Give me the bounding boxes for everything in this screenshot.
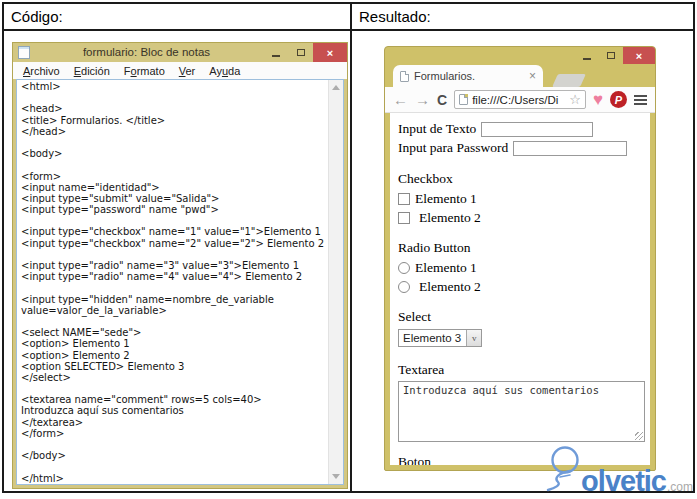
menu-archivo[interactable]: Archivo bbox=[16, 65, 67, 77]
radio-label: Elemento 2 bbox=[419, 279, 481, 295]
code-line bbox=[21, 215, 328, 226]
menu-formato[interactable]: Formato bbox=[117, 65, 172, 77]
menu-ver[interactable]: Ver bbox=[172, 65, 203, 77]
menu-label-part: er bbox=[186, 65, 196, 77]
notepad-app-icon bbox=[18, 46, 30, 59]
checkbox-elemento-1[interactable] bbox=[398, 193, 410, 205]
maximize-icon bbox=[607, 52, 615, 59]
code-line bbox=[21, 249, 328, 260]
maximize-button[interactable] bbox=[288, 43, 313, 62]
select-value: Elemento 3 bbox=[399, 330, 466, 346]
menu-label-part: Ay bbox=[209, 65, 222, 77]
menu-label-part: rchivo bbox=[30, 65, 59, 77]
maximize-icon bbox=[297, 49, 305, 56]
page-icon bbox=[459, 94, 468, 105]
text-input-label: Input de Texto bbox=[398, 121, 476, 137]
tab-formularios[interactable]: Formularios. × bbox=[393, 65, 543, 87]
logo-text: olvetic bbox=[581, 468, 666, 494]
scroll-up-icon[interactable] bbox=[332, 85, 340, 90]
comments-textarea[interactable]: Introduzca aquí sus comentarios bbox=[398, 381, 645, 442]
new-tab-button[interactable] bbox=[552, 74, 586, 87]
checkbox-label: Elemento 2 bbox=[419, 210, 481, 226]
code-line: <select NAME="sede"> bbox=[21, 327, 328, 338]
code-editor[interactable]: <html><head><title> Formularios. </title… bbox=[17, 80, 328, 484]
address-bar[interactable]: file:///C:/Users/Di ☆ bbox=[454, 90, 586, 109]
code-line: <input type="submit" value="Salida"> bbox=[21, 193, 328, 204]
code-line bbox=[21, 383, 328, 394]
scrollbar[interactable] bbox=[328, 80, 343, 484]
code-line: <input type="hidden" name=nombre_de_vari… bbox=[21, 294, 328, 305]
code-line bbox=[21, 461, 328, 472]
reload-icon[interactable]: C bbox=[437, 93, 447, 107]
text-input[interactable] bbox=[481, 122, 593, 137]
code-line bbox=[21, 92, 328, 103]
code-line: <input name="identidad"> bbox=[21, 182, 328, 193]
close-button[interactable]: × bbox=[313, 43, 347, 62]
password-input[interactable] bbox=[513, 141, 627, 156]
code-line: <input type="checkbox" name="1" value="1… bbox=[21, 226, 328, 237]
right-panel-header: Resultado: bbox=[352, 4, 693, 31]
notepad-window-controls: × bbox=[263, 43, 347, 62]
minimize-button[interactable] bbox=[575, 47, 599, 64]
code-line: <head> bbox=[21, 103, 328, 114]
menu-label-part: V bbox=[179, 65, 186, 77]
code-panel: formulario: Bloc de notas × Archivo Edic… bbox=[4, 31, 352, 491]
code-line: <option> Elemento 2 bbox=[21, 350, 328, 361]
menu-label-part: dición bbox=[81, 65, 110, 77]
url-text[interactable]: file:///C:/Users/Di bbox=[472, 94, 565, 106]
result-panel: × Formularios. × ← → C file:///C:/Users/… bbox=[352, 31, 693, 491]
menu-icon[interactable] bbox=[634, 95, 647, 105]
radio-elemento-2[interactable] bbox=[398, 281, 410, 293]
select-dropdown[interactable]: Elemento 3 v bbox=[398, 329, 482, 347]
code-line: <html> bbox=[21, 81, 328, 92]
checkbox-elemento-2[interactable] bbox=[398, 212, 410, 224]
browser-window: × Formularios. × ← → C file:///C:/Users/… bbox=[384, 46, 656, 471]
code-line: <option> Elemento 1 bbox=[21, 338, 328, 349]
code-line: </select> bbox=[21, 372, 328, 383]
pinterest-icon[interactable]: P bbox=[610, 91, 627, 108]
menu-ayuda[interactable]: Ayuda bbox=[202, 65, 247, 77]
menu-label-part: F bbox=[124, 65, 131, 77]
back-icon[interactable]: ← bbox=[393, 92, 408, 107]
left-panel-header: Código: bbox=[4, 4, 352, 31]
checkbox-heading: Checkbox bbox=[398, 171, 642, 187]
notepad-titlebar[interactable]: formulario: Bloc de notas × bbox=[13, 43, 347, 62]
radio-heading: Radio Button bbox=[398, 240, 642, 256]
code-line: <input type="radio" name="4" value="4"> … bbox=[21, 271, 328, 282]
close-button[interactable]: × bbox=[623, 47, 655, 64]
select-heading: Select bbox=[398, 309, 642, 325]
menu-edicion[interactable]: Edición bbox=[67, 65, 117, 77]
code-line: <title> Formularios. </title> bbox=[21, 115, 328, 126]
tab-close-icon[interactable]: × bbox=[529, 70, 536, 82]
code-line: <body> bbox=[21, 148, 328, 159]
maximize-button[interactable] bbox=[599, 47, 623, 64]
code-line: </body> bbox=[21, 450, 328, 461]
code-line bbox=[21, 439, 328, 450]
menu-label-part: rmato bbox=[137, 65, 165, 77]
radio-elemento-1[interactable] bbox=[398, 262, 410, 274]
heart-icon[interactable]: ♥ bbox=[593, 91, 603, 108]
code-line bbox=[21, 137, 328, 148]
comparison-table: Código: Resultado: formulario: Bloc de n… bbox=[2, 2, 695, 493]
forward-icon[interactable]: → bbox=[415, 92, 430, 107]
chevron-down-icon[interactable]: v bbox=[466, 330, 481, 346]
scroll-down-icon[interactable] bbox=[332, 474, 340, 479]
menu-label-part: E bbox=[74, 65, 81, 77]
browser-window-controls: × bbox=[385, 47, 655, 64]
radio-label: Elemento 1 bbox=[415, 260, 477, 276]
code-line bbox=[21, 282, 328, 293]
logo-suffix: .com bbox=[667, 480, 693, 494]
resize-grip-icon[interactable] bbox=[635, 432, 643, 440]
rendered-page: Input de Texto Input para Password Check… bbox=[390, 113, 650, 465]
textarea-heading: Textarea bbox=[398, 362, 642, 378]
page-icon bbox=[400, 71, 409, 82]
bookmark-star-icon[interactable]: ☆ bbox=[569, 93, 581, 106]
password-input-label: Input para Password bbox=[398, 140, 508, 156]
notepad-text-area: <html><head><title> Formularios. </title… bbox=[16, 79, 344, 485]
notepad-window-title: formulario: Bloc de notas bbox=[30, 43, 263, 62]
code-line: </textarea> bbox=[21, 417, 328, 428]
code-line: </html> bbox=[21, 473, 328, 484]
menu-label-part: da bbox=[228, 65, 240, 77]
minimize-button[interactable] bbox=[263, 43, 288, 62]
code-line bbox=[21, 159, 328, 170]
